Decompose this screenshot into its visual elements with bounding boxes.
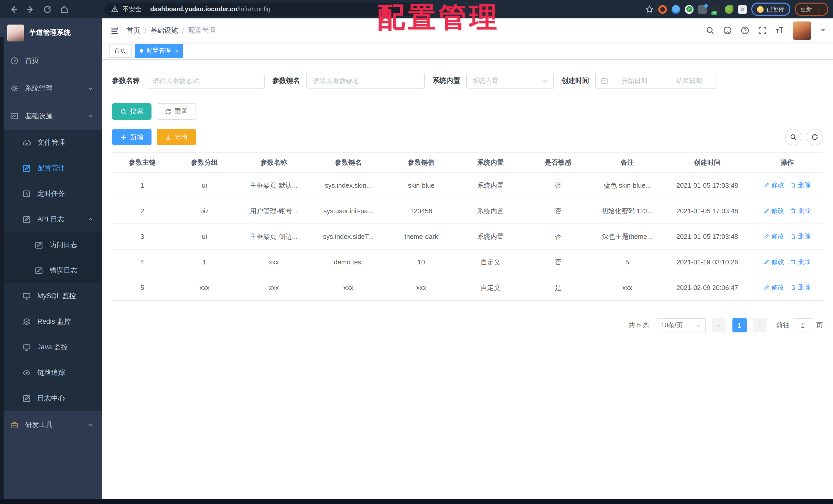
param-name-input[interactable] [146,73,265,89]
delete-link[interactable]: 删除 [790,258,811,267]
refresh-table-button[interactable] [806,129,823,145]
forward-icon[interactable] [26,5,35,14]
sidebar-item-定时任务[interactable]: 定时任务 [0,181,102,207]
table-cell: 2021-01-05 17:03:48 [663,198,752,224]
filter-param-key: 参数键名 [272,73,425,89]
url-text: dashboard.yudao.iocoder.cn/infra/config [150,6,270,13]
reset-button[interactable]: 重置 [157,103,196,120]
tab-首页[interactable]: 首页 [109,44,132,58]
sidebar-item-Redis 监控[interactable]: Redis 监控 [0,309,102,334]
goto-page: 前往 页 [776,318,823,332]
filter-form: 参数名称 参数键名 系统内置 系统内置 [112,73,823,89]
delete-link[interactable]: 删除 [790,283,811,292]
column-header: 备注 [592,153,663,173]
goto-page-input[interactable] [793,318,812,332]
next-page-button[interactable]: › [753,318,767,332]
table-cell: 用户管理-账号... [236,198,311,224]
sidebar-item-错误日志[interactable]: 错误日志 [0,258,102,283]
table-cell: 2021-01-05 17:03:48 [663,224,752,249]
edit-icon [23,164,31,172]
avatar-caret-icon[interactable] [821,29,825,32]
sidebar-item-研发工具[interactable]: 研发工具 [0,411,102,439]
chevron-up-icon [88,216,94,223]
sidebar-item-访问日志[interactable]: 访问日志 [0,232,102,258]
date-range-picker[interactable]: 开始日期 - 结束日期 [595,73,717,89]
filter-label: 参数键名 [272,76,300,85]
extension-pin-icon[interactable] [671,5,680,14]
table-cell: 否 [524,198,592,224]
collapse-sidebar-icon[interactable] [110,26,119,35]
user-avatar[interactable] [792,21,811,40]
sidebar-item-基础设施[interactable]: 基础设施 [0,102,102,130]
fullscreen-icon[interactable] [758,26,766,35]
refresh-icon [165,108,171,115]
add-button[interactable]: 新增 [112,129,151,145]
tab-配置管理[interactable]: 配置管理× [135,44,184,58]
sidebar-item-系统管理[interactable]: 系统管理 [0,75,102,102]
active-tab-dot [140,49,143,53]
column-header: 参数键名 [311,153,386,173]
delete-link[interactable]: 删除 [790,207,811,215]
current-page-button[interactable]: 1 [732,318,746,332]
search-icon[interactable] [706,26,714,35]
breadcrumb-item[interactable]: 基础设施 [150,26,178,35]
home-icon[interactable] [60,5,69,14]
page-size-select[interactable]: 10条/页 [657,318,706,332]
sidebar-item-日志中心[interactable]: 日志中心 [0,386,102,411]
param-key-input[interactable] [306,73,425,89]
breadcrumb-separator: / [182,27,184,34]
search-icon [120,108,127,115]
infra-icon [10,112,19,120]
back-icon[interactable] [9,5,18,14]
export-button[interactable]: 导出 [157,129,196,145]
extensions-puzzle-icon[interactable] [738,5,747,14]
sidebar-item-链路追踪[interactable]: 链路追踪 [0,360,102,386]
extension-check-icon[interactable]: ✓ [685,5,693,14]
header-actions [706,21,825,40]
table-cell: xxx [172,275,236,300]
sidebar-item-文件管理[interactable]: 文件管理 [0,130,102,155]
search-button[interactable]: 搜索 [112,103,151,120]
bookmark-star-icon[interactable] [645,5,653,13]
edit-link[interactable]: 修改 [764,232,784,241]
paused-badge[interactable]: 已暂停 [752,3,790,16]
edit-link[interactable]: 修改 [764,258,784,267]
sidebar-item-Java 监控[interactable]: Java 监控 [0,334,102,360]
toggle-search-button[interactable] [785,129,801,145]
table-cell: 1 [112,173,172,198]
edit-link[interactable]: 修改 [764,207,784,215]
edit-link[interactable]: 修改 [764,283,784,292]
extension-cn-icon[interactable]: cn [711,5,720,14]
address-bar[interactable]: 不安全 dashboard.yudao.iocoder.cn/infra/con… [104,2,425,16]
delete-link[interactable]: 删除 [790,232,811,241]
table-header-row: 参数主键参数分组参数名称参数键名参数键值系统内置是否敏感备注创建时间操作 [112,153,823,173]
sidebar-item-API 日志[interactable]: API 日志 [0,207,102,232]
table-cell: 自定义 [457,249,524,275]
sidebar-item-label: MySQL 监控 [38,292,76,301]
table-cell: sys.index.skin... [311,173,386,198]
close-tab-icon[interactable]: × [175,48,178,54]
font-size-icon[interactable] [775,26,784,35]
table-cell: 1 [172,249,236,275]
breadcrumb-item[interactable]: 首页 [126,26,140,35]
github-icon[interactable] [723,26,732,35]
sidebar-item-首页[interactable]: 首页 [0,47,102,75]
reload-icon[interactable] [43,5,52,14]
filter-label: 参数名称 [112,76,140,85]
table-cell: 系统内置 [457,198,524,224]
delete-link[interactable]: 删除 [790,181,811,190]
sidebar-item-label: 系统管理 [25,84,53,93]
extension-leaf-icon[interactable] [725,5,734,14]
app-logo-row[interactable]: 芋道管理系统 [0,19,102,47]
builtin-select[interactable]: 系统内置 [466,73,554,89]
edit-pen-icon [764,182,770,188]
sidebar-item-配置管理[interactable]: 配置管理 [0,155,102,181]
prev-page-button[interactable]: ‹ [712,318,726,332]
help-icon[interactable] [740,26,749,35]
update-button[interactable]: 更新⋮ [794,3,828,16]
sidebar-item-MySQL 监控[interactable]: MySQL 监控 [0,283,102,309]
edit-link[interactable]: 修改 [764,181,784,190]
extension-orange-ring-icon[interactable] [658,5,667,14]
kebab-menu-icon[interactable]: ⋮ [816,7,822,12]
extension-gray-icon[interactable] [698,5,707,14]
